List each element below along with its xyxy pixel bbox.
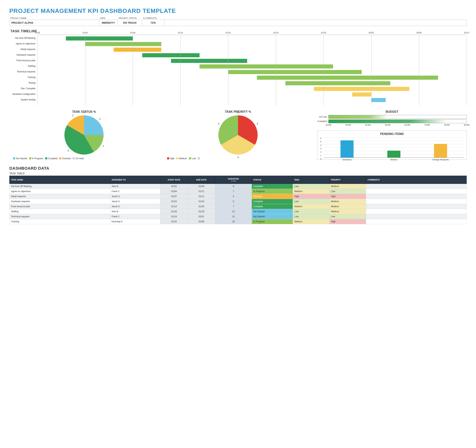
- table-cell: Frank C.: [110, 189, 160, 194]
- task-status-pie: 32520: [64, 115, 104, 154]
- task-priority-pie: 4440: [218, 115, 258, 154]
- task-status-chart: TASK STATUS % 32520 Not StartedIn Progre…: [9, 110, 159, 161]
- gantt-row-label: Hardware requests: [9, 54, 35, 56]
- table-cell: Low: [293, 184, 329, 189]
- pie-value-label: 4: [255, 122, 259, 125]
- table-cell: 01/04: [160, 189, 188, 194]
- table-cell: 01/02: [160, 184, 188, 189]
- table-row: Detail requestsJacob S.01/0701/114Overdu…: [10, 194, 467, 199]
- budget-tick: 50,000: [385, 124, 391, 126]
- pie-value-label: 4: [236, 156, 240, 159]
- table-cell: Medium: [329, 184, 366, 189]
- gantt-date-tick: 02/03: [369, 32, 374, 34]
- budget-tick: 70,000: [424, 124, 430, 126]
- gantt-bar: [228, 70, 362, 74]
- table-cell: 01/07: [160, 194, 188, 199]
- table-cell: [366, 219, 467, 224]
- gantt-row: Final resource plan: [37, 58, 467, 64]
- right-charts-column: BUDGET ACTUALPLANNED20,00030,00040,00050…: [317, 110, 467, 161]
- table-cell: 01/15: [188, 199, 215, 204]
- budget-row-label: PLANNED: [317, 120, 328, 122]
- gantt-row-label: Set Kick-Off Meeting: [9, 37, 35, 39]
- legend-swatch: [176, 157, 178, 159]
- table-cell: Frank C.: [110, 214, 160, 219]
- table-cell: Agree on objectives: [10, 189, 110, 194]
- pending-y-tick: 3: [320, 148, 321, 150]
- table-cell: Complete: [252, 204, 293, 209]
- pending-y-tick: 2: [320, 151, 321, 153]
- pending-x-label: Decisions: [337, 159, 357, 161]
- pie-value-label: 4: [217, 122, 221, 125]
- gantt-bar: [142, 53, 199, 57]
- gantt-row: Hardware configuration: [37, 92, 467, 97]
- table-cell: Final resource plan: [10, 204, 110, 209]
- gantt-date-tick: 01/09: [130, 32, 135, 34]
- table-cell: Alex B.: [110, 184, 160, 189]
- gantt-bar: [199, 64, 333, 68]
- table-cell: 01/20: [188, 204, 215, 209]
- table-cell: Jacob S.: [110, 204, 160, 209]
- table-cell: Medium: [329, 204, 366, 209]
- table-cell: Low: [329, 214, 366, 219]
- gantt-date-tick: 12/30: [35, 32, 40, 34]
- project-name: PROJECT ALPHA: [10, 20, 99, 26]
- table-cell: 01/13: [160, 204, 188, 209]
- table-cell: Complete: [252, 184, 293, 189]
- gantt-chart: 12/3001/0401/0901/1401/1901/2401/2902/03…: [37, 35, 467, 106]
- budget-tick: 60,000: [404, 124, 410, 126]
- pending-bar: [387, 151, 400, 158]
- legend-label: High: [170, 157, 175, 160]
- task-table-title: TASK TABLE: [9, 172, 467, 175]
- gantt-row-label: Agree on objectives: [9, 42, 35, 45]
- table-cell: Jacob S.: [110, 194, 160, 199]
- table-cell: Low: [293, 214, 329, 219]
- pending-items-chart: PENDING ITEMS 0123456DecisionsActionsCha…: [317, 130, 467, 160]
- table-row: Set Kick-Off MeetingAlex B.01/0201/086Co…: [10, 184, 467, 189]
- gantt-row: Set Kick-Off Meeting: [37, 36, 467, 41]
- info-labels-row: PROJECT NAME DATE PROJECT STATUS % COMPL…: [9, 17, 467, 20]
- table-cell: [366, 214, 467, 219]
- legend-swatch: [13, 157, 15, 159]
- table-cell: Medium: [329, 199, 366, 204]
- table-row: Hardware requestsJacob S.01/1001/155Comp…: [10, 199, 467, 204]
- gantt-bar: [371, 98, 386, 102]
- legend-swatch: [59, 157, 61, 159]
- table-cell: [366, 194, 467, 199]
- gantt-row-label: Testing: [9, 82, 35, 84]
- table-cell: Technical requests: [10, 214, 110, 219]
- gantt-row-label: Staffing: [9, 65, 35, 67]
- table-row: Final resource planJacob S.01/1301/207Co…: [10, 204, 467, 209]
- section-timeline-title: TASK TIMELINE: [11, 29, 467, 33]
- gantt-bar: [285, 81, 390, 85]
- table-cell: 13: [215, 209, 252, 214]
- gantt-bar: [352, 92, 371, 96]
- gantt-row: Agree on objectives: [37, 42, 467, 47]
- table-cell: [366, 199, 467, 204]
- pie-value-label: 0: [236, 111, 240, 114]
- table-cell: 01/16: [160, 209, 188, 214]
- table-cell: 6: [215, 184, 252, 189]
- gantt-row: Hardware requests: [37, 53, 467, 58]
- budget-tick: 30,000: [345, 124, 351, 126]
- table-cell: 01/19: [160, 214, 188, 219]
- gantt-bar: [85, 42, 161, 46]
- pie-value-label: 5: [66, 149, 70, 152]
- legend-swatch: [73, 157, 75, 159]
- table-cell: 02/09: [188, 219, 215, 224]
- table-cell: Low: [293, 199, 329, 204]
- gantt-bar: [314, 87, 409, 91]
- gantt-row: Testing: [37, 81, 467, 86]
- legend-swatch: [29, 157, 31, 159]
- label-status: PROJECT STATUS: [119, 17, 143, 19]
- legend-swatch: [167, 157, 169, 159]
- table-cell: Overdue: [252, 194, 293, 199]
- gantt-row-label: System testing: [9, 98, 35, 101]
- legend-swatch: [198, 157, 200, 159]
- table-cell: High: [329, 194, 366, 199]
- table-row: Technical requestsFrank C.01/1902/0113No…: [10, 214, 467, 219]
- budget-tick: 20,000: [326, 124, 331, 126]
- label-project-name: PROJECT NAME: [11, 17, 100, 19]
- pie-value-label: 2: [102, 145, 105, 147]
- table-cell: Complete: [252, 199, 293, 204]
- table-cell: Kennedy K.: [110, 219, 160, 224]
